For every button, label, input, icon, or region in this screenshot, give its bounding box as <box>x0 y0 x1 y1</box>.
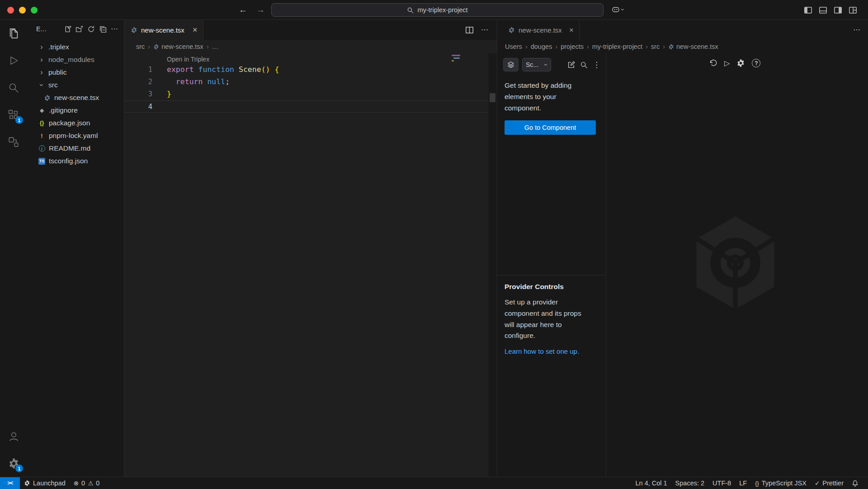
braces-icon: {} <box>755 480 759 487</box>
forward-button[interactable]: → <box>256 5 265 15</box>
triplex-file-icon <box>43 94 51 102</box>
minimap[interactable] <box>452 55 463 63</box>
chevron-right-icon: › <box>38 43 45 51</box>
tab-label: new-scene.tsx <box>141 26 184 34</box>
back-button[interactable]: ← <box>239 5 247 15</box>
go-to-component-button[interactable]: Go to Component <box>505 120 596 135</box>
toggle-secondary-sidebar-button[interactable] <box>834 6 842 14</box>
new-folder-button[interactable] <box>75 25 83 33</box>
split-editor-button[interactable] <box>465 26 474 34</box>
command-center-query: my-triplex-project <box>417 6 467 14</box>
activity-bar: 1 1 <box>0 20 27 477</box>
copilot-menu-button[interactable]: › <box>611 5 624 14</box>
activity-explorer-button[interactable] <box>0 20 27 47</box>
undo-icon[interactable] <box>709 59 717 67</box>
cursor-position-button[interactable]: Ln 4, Col 1 <box>631 477 671 489</box>
editor-tab-new-scene[interactable]: new-scene.tsx × <box>124 20 204 40</box>
bell-icon <box>852 480 859 487</box>
tree-item-file-readme[interactable]: i README.md <box>27 142 124 155</box>
breadcrumb-project[interactable]: my-triplex-project <box>592 43 642 50</box>
play-icon[interactable]: ▷ <box>724 60 730 67</box>
search-icon <box>8 82 19 94</box>
activity-run-debug-button[interactable] <box>0 47 27 74</box>
json-file-icon: {} <box>38 119 46 127</box>
error-icon: ⊗ <box>74 480 79 487</box>
command-center-search[interactable]: my-triplex-project <box>271 3 604 17</box>
activity-accounts-button[interactable] <box>0 423 27 450</box>
settings-gear-icon[interactable] <box>736 59 745 67</box>
tree-item-file-new-scene[interactable]: new-scene.tsx <box>27 91 124 104</box>
chevron-right-icon: › <box>587 43 589 50</box>
breadcrumb-projects[interactable]: projects <box>561 43 584 50</box>
formatter-button[interactable]: ✓ Prettier <box>811 477 848 489</box>
tree-item-label: .triplex <box>48 43 69 51</box>
refresh-explorer-button[interactable] <box>87 25 95 33</box>
tree-item-file-tsconfig[interactable]: TS tsconfig.json <box>27 155 124 167</box>
triplex-file-icon <box>508 27 515 33</box>
code-lens-open-in-triplex[interactable]: Open in Triplex <box>167 53 209 64</box>
bre adcrumb-src[interactable]: src <box>651 43 660 50</box>
toggle-panel-button[interactable] <box>819 6 827 14</box>
tree-item-label: pnpm-lock.yaml <box>49 132 98 140</box>
panel-tab-bar: new-scene.tsx × ⋯ <box>497 20 868 40</box>
breadcrumb-symbol[interactable]: … <box>212 43 219 50</box>
activity-extensions-button[interactable]: 1 <box>0 101 27 128</box>
eol-button[interactable]: LF <box>735 477 751 489</box>
zoom-window-button[interactable] <box>31 7 38 14</box>
collapse-folders-button[interactable] <box>99 25 107 33</box>
chevron-down-icon: › <box>543 64 550 66</box>
activity-triplex-button[interactable] <box>0 128 27 156</box>
close-window-button[interactable] <box>7 7 14 14</box>
breadcrumb-file[interactable]: new-scene.tsx <box>668 43 718 50</box>
indentation-button[interactable]: Spaces: 2 <box>671 477 709 489</box>
line-number: 1 <box>124 64 152 76</box>
tree-item-file-gitignore[interactable]: ◆ .gitignore <box>27 104 124 117</box>
toggle-primary-sidebar-button[interactable] <box>804 6 812 14</box>
launchpad-button[interactable]: Launchpad <box>20 477 70 489</box>
scrollbar-thumb[interactable] <box>490 93 495 102</box>
tree-item-file-pnpm-lock[interactable]: ! pnpm-lock.yaml <box>27 129 124 142</box>
explorer-more-button[interactable]: ⋯ <box>111 25 118 33</box>
tree-item-folder-public[interactable]: › public <box>27 66 124 79</box>
remote-indicator-button[interactable]: >< <box>0 477 20 489</box>
language-mode-button[interactable]: {} TypeScript JSX <box>751 477 811 489</box>
activity-settings-button[interactable]: 1 <box>0 450 27 477</box>
code-editor[interactable]: Open in Triplex 1 export function Scene(… <box>124 53 497 477</box>
search-icon[interactable] <box>580 61 588 69</box>
breadcrumb-src[interactable]: src <box>136 43 145 50</box>
tree-item-folder-node-modules[interactable]: › node_modules <box>27 53 124 66</box>
panel-more-button[interactable]: ⋯ <box>853 26 861 33</box>
tree-item-file-package-json[interactable]: {} package.json <box>27 117 124 129</box>
breadcrumb: src › new-scene.tsx › … <box>124 40 497 53</box>
close-tab-button[interactable]: × <box>569 26 574 34</box>
title-bar: ← → my-triplex-project › <box>0 0 868 20</box>
triplex-file-icon <box>131 27 137 33</box>
tree-item-folder-triplex[interactable]: › .triplex <box>27 41 124 53</box>
problems-button[interactable]: ⊗ 0 ⚠ 0 <box>70 477 104 489</box>
editor-more-button[interactable]: ⋯ <box>481 26 489 33</box>
tree-item-folder-src[interactable]: › src <box>27 79 124 91</box>
new-file-button[interactable] <box>64 25 71 33</box>
encoding-button[interactable]: UTF-8 <box>708 477 735 489</box>
kebab-menu-icon[interactable]: ⋮ <box>593 61 600 69</box>
run-debug-icon <box>8 55 19 66</box>
minimize-window-button[interactable] <box>19 7 26 14</box>
scene-layers-button[interactable] <box>503 58 519 71</box>
customize-layout-button[interactable] <box>849 6 857 14</box>
close-tab-button[interactable]: × <box>193 26 198 34</box>
scene-select-dropdown[interactable]: Sc... › <box>522 58 551 71</box>
launchpad-icon <box>24 480 30 486</box>
notifications-button[interactable] <box>848 477 863 489</box>
breadcrumb-file[interactable]: new-scene.tsx <box>153 43 203 50</box>
panel-tab-new-scene[interactable]: new-scene.tsx × <box>503 20 580 40</box>
tab-label: new-scene.tsx <box>519 26 562 34</box>
help-icon[interactable]: ? <box>752 59 760 67</box>
edit-icon[interactable] <box>567 61 575 69</box>
breadcrumb-users[interactable]: Users <box>505 43 522 50</box>
breadcrumb-douges[interactable]: douges <box>531 43 552 50</box>
provider-setup-link[interactable]: Learn how to set one up. <box>505 347 579 355</box>
activity-search-button[interactable] <box>0 74 27 101</box>
editor-scrollbar[interactable] <box>488 53 497 477</box>
files-icon <box>8 28 20 40</box>
triplex-file-icon <box>668 44 674 50</box>
